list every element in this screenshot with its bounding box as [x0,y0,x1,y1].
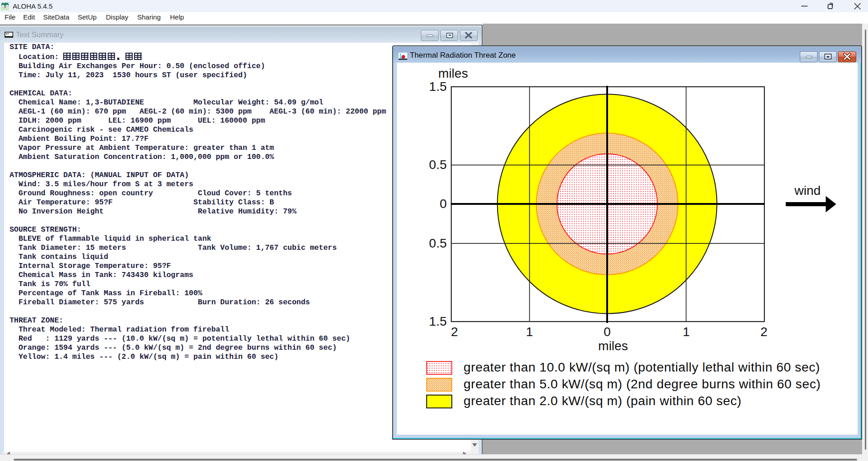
svg-text:0: 0 [604,325,611,339]
svg-text:0.5: 0.5 [429,236,447,250]
svg-text:miles: miles [598,339,628,353]
svg-text:greater than 10.0 kW/(sq m) (p: greater than 10.0 kW/(sq m) (potentially… [464,360,820,374]
svg-text:wind: wind [794,183,821,198]
svg-text:greater than 5.0 kW/(sq m) (2n: greater than 5.0 kW/(sq m) (2nd degree b… [464,377,821,391]
svg-text:1: 1 [526,325,533,339]
svg-text:1.5: 1.5 [429,79,447,94]
svg-text:2: 2 [451,325,458,339]
svg-text:miles: miles [438,66,468,80]
svg-text:0.5: 0.5 [429,158,447,172]
svg-text:1: 1 [683,325,690,339]
svg-text:1.5: 1.5 [429,314,447,328]
svg-text:greater than 2.0 kW/(sq m) (pa: greater than 2.0 kW/(sq m) (pain within … [464,393,742,408]
svg-text:2: 2 [760,325,768,339]
svg-text:0: 0 [439,197,447,211]
